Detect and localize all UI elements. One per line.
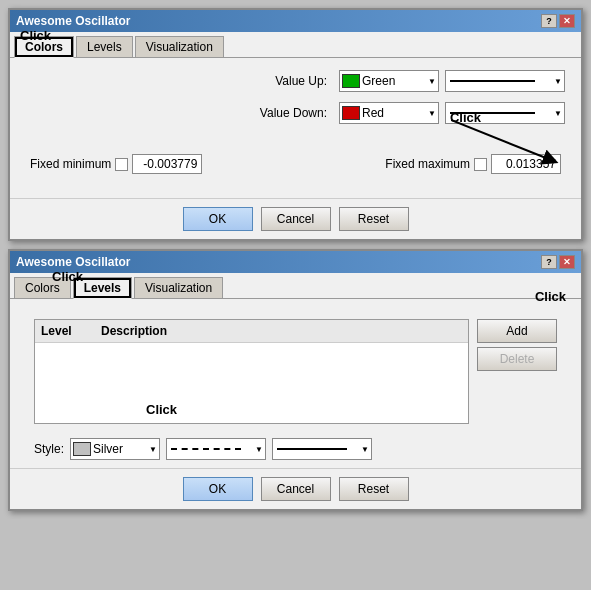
fixed-min-group: Fixed minimum [30, 154, 202, 174]
title-2: Awesome Oscillator [16, 255, 131, 269]
style-line-select-1[interactable]: ▼ [166, 438, 266, 460]
level-table-header: Level Description [35, 320, 468, 343]
silver-color-box [73, 442, 91, 456]
click-label-line: Click [450, 110, 481, 125]
tab-levels-1[interactable]: Levels [76, 36, 133, 57]
fixed-max-checkbox[interactable] [474, 158, 487, 171]
delete-level-button[interactable]: Delete [477, 347, 557, 371]
level-table-body [35, 343, 468, 423]
value-up-line-select[interactable]: ▼ [445, 70, 565, 92]
value-down-row: Value Down: Red ▼ ▼ [26, 102, 565, 124]
style-color-name: Silver [93, 442, 123, 456]
red-color-box [342, 106, 360, 120]
style-line-arrow-1: ▼ [255, 445, 263, 454]
reset-button-1[interactable]: Reset [339, 207, 409, 231]
dialog-footer-2: OK Cancel Reset [10, 468, 581, 509]
dialog-footer-1: OK Cancel Reset [10, 198, 581, 239]
cancel-button-1[interactable]: Cancel [261, 207, 331, 231]
value-up-color-name: Green [362, 74, 395, 88]
cancel-button-2[interactable]: Cancel [261, 477, 331, 501]
style-section: Click Style: Silver ▼ ▼ ▼ [26, 432, 565, 464]
help-button-2[interactable]: ? [541, 255, 557, 269]
add-level-button[interactable]: Add [477, 319, 557, 343]
style-row: Style: Silver ▼ ▼ ▼ [26, 432, 565, 464]
levels-content: Level Description Add Delete [26, 311, 565, 432]
title-1: Awesome Oscillator [16, 14, 131, 28]
dialog-content-1: Value Up: Green ▼ ▼ Value Down: Red ▼ ▼ [10, 58, 581, 198]
style-line-arrow-2: ▼ [361, 445, 369, 454]
value-up-row: Value Up: Green ▼ ▼ [26, 70, 565, 92]
style-line-select-2[interactable]: ▼ [272, 438, 372, 460]
fixed-max-group: Fixed maximum [385, 154, 561, 174]
value-up-color-select[interactable]: Green ▼ [339, 70, 439, 92]
dialog-1: Awesome Oscillator ? ✕ Click Colors Leve… [8, 8, 583, 241]
ok-button-2[interactable]: OK [183, 477, 253, 501]
fixed-max-input[interactable] [491, 154, 561, 174]
style-line-dashed [171, 448, 241, 450]
value-up-arrow: ▼ [428, 77, 436, 86]
style-line-solid-2 [277, 448, 347, 450]
style-label: Style: [34, 442, 64, 456]
value-down-line-arrow: ▼ [554, 109, 562, 118]
ok-button-1[interactable]: OK [183, 207, 253, 231]
help-button-1[interactable]: ? [541, 14, 557, 28]
value-down-color-select[interactable]: Red ▼ [339, 102, 439, 124]
tab-visualization-2[interactable]: Visualization [134, 277, 223, 298]
value-up-label: Value Up: [247, 74, 327, 88]
click-label-colors: Click [20, 28, 51, 43]
tabs-2: Colors Levels Visualization [10, 273, 581, 299]
value-down-arrow: ▼ [428, 109, 436, 118]
level-col-header: Level [39, 322, 99, 340]
green-color-box [342, 74, 360, 88]
title-buttons-1: ? ✕ [541, 14, 575, 28]
title-bar-1: Awesome Oscillator ? ✕ [10, 10, 581, 32]
tab-visualization-1[interactable]: Visualization [135, 36, 224, 57]
close-button-2[interactable]: ✕ [559, 255, 575, 269]
fixed-max-label: Fixed maximum [385, 157, 470, 171]
fixed-min-checkbox[interactable] [115, 158, 128, 171]
dialog-2: Awesome Oscillator ? ✕ Click Colors Leve… [8, 249, 583, 511]
value-down-color-name: Red [362, 106, 384, 120]
close-button-1[interactable]: ✕ [559, 14, 575, 28]
title-buttons-2: ? ✕ [541, 255, 575, 269]
fixed-min-input[interactable] [132, 154, 202, 174]
desc-col-header: Description [99, 322, 464, 340]
spacer-1 [26, 134, 565, 154]
style-color-select[interactable]: Silver ▼ [70, 438, 160, 460]
click-label-levels-tab: Click [52, 269, 83, 284]
style-color-arrow: ▼ [149, 445, 157, 454]
reset-button-2[interactable]: Reset [339, 477, 409, 501]
level-buttons: Add Delete [477, 319, 557, 424]
click-label-add: Click [535, 289, 566, 304]
value-up-line-arrow: ▼ [554, 77, 562, 86]
level-table: Level Description [34, 319, 469, 424]
dialog-content-2: Click Level Description Add Delete Click… [10, 299, 581, 468]
click-label-style: Click [146, 402, 177, 417]
title-bar-2: Awesome Oscillator ? ✕ [10, 251, 581, 273]
value-up-line-solid [450, 80, 535, 82]
fixed-row: Fixed minimum Fixed maximum [26, 154, 565, 174]
fixed-min-label: Fixed minimum [30, 157, 111, 171]
value-down-label: Value Down: [247, 106, 327, 120]
tabs-1: Colors Levels Visualization [10, 32, 581, 58]
